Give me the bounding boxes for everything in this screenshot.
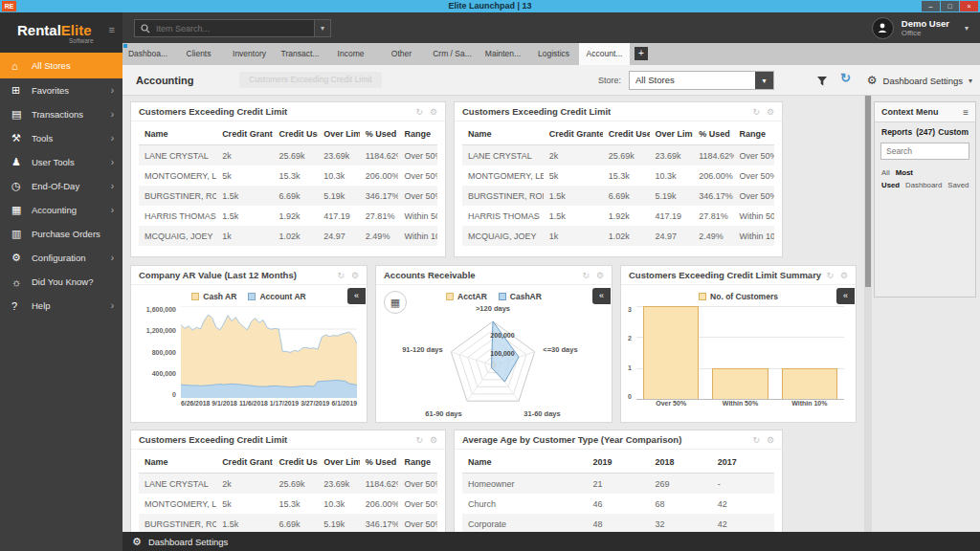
context-search-input[interactable] (880, 143, 969, 160)
hamburger-icon[interactable]: ≡ (109, 24, 115, 35)
refresh-icon[interactable]: ↻ (752, 435, 760, 445)
title-bar: RE Elite Launchpad | 13 – □ × (0, 0, 980, 12)
column-header[interactable]: Credit Granted (216, 123, 273, 145)
gear-icon[interactable]: ⚙ (840, 271, 848, 280)
table-cell: 346.17% (360, 514, 399, 534)
search-dropdown-button[interactable]: ▾ (314, 20, 330, 36)
tab-income[interactable]: Income (325, 43, 376, 65)
minimize-button[interactable]: – (922, 1, 940, 11)
gear-icon[interactable]: ⚙ (767, 107, 774, 117)
column-header[interactable]: 2019 (587, 452, 649, 474)
sidebar-item-accounting[interactable]: ▦Accounting› (0, 198, 122, 222)
filter-link-saved[interactable]: Saved (947, 181, 969, 189)
refresh-icon[interactable]: ↻ (415, 435, 423, 445)
gear-icon[interactable]: ⚙ (430, 435, 437, 445)
store-select[interactable]: All Stores ▾ (629, 71, 774, 90)
column-header[interactable]: % Used (360, 452, 399, 474)
gear-icon[interactable]: ⚙ (351, 271, 359, 280)
tab-reports[interactable]: Reports (881, 127, 912, 137)
column-header[interactable]: 2018 (650, 452, 712, 474)
tab-clients[interactable]: Clients (173, 43, 224, 65)
sidebar-item-tools[interactable]: ⚒Tools› (0, 126, 122, 150)
collapse-button[interactable]: « (836, 288, 855, 304)
table-cell: 417.19 (318, 206, 360, 226)
table-cell: MCQUAIG, JOEY (139, 226, 216, 246)
column-header[interactable]: % Used (693, 123, 733, 145)
legend-swatch (191, 293, 199, 300)
column-header[interactable]: Name (462, 123, 544, 145)
gear-icon[interactable]: ⚙ (430, 107, 437, 117)
gear-icon[interactable]: ⚙ (767, 435, 774, 445)
dashboard-settings-button[interactable]: ⚙ Dashboard Settings ▾ (867, 65, 972, 96)
sidebar-item-purchase-orders[interactable]: ▥Purchase Orders (0, 222, 122, 246)
tab-transact[interactable]: Transact... (275, 43, 325, 65)
sidebar-item-did-you-know[interactable]: ☼Did You Know? (0, 270, 122, 294)
sidebar-item-label: User Tools (32, 157, 75, 167)
tab-inventory[interactable]: Inventory (224, 43, 275, 65)
column-header[interactable]: Range (398, 123, 437, 145)
sidebar-item-help[interactable]: ?Help› (0, 294, 122, 318)
column-header[interactable]: Credit Used (273, 452, 318, 474)
vertical-scrollbar[interactable] (864, 96, 872, 532)
status-bar-label[interactable]: Dashboard Settings (148, 537, 228, 547)
column-header[interactable]: Credit Used (603, 123, 650, 145)
tab-dashboa[interactable]: Dashboa... (122, 43, 173, 65)
table-cell: HARRIS THOMAS (462, 206, 544, 226)
filter-link-all[interactable]: All (881, 168, 890, 177)
tab-logistics[interactable]: Logistics (528, 43, 579, 65)
refresh-icon[interactable]: ↻ (337, 271, 345, 280)
column-header[interactable]: % Used (360, 123, 399, 145)
filter-icon[interactable] (816, 74, 828, 91)
column-header[interactable]: Name (139, 123, 216, 145)
chevron-down-icon[interactable]: ▾ (755, 72, 773, 89)
column-header[interactable]: Range (734, 123, 774, 145)
column-header[interactable]: Name (462, 452, 587, 474)
column-header[interactable]: Credit Used (273, 123, 318, 145)
close-button[interactable]: × (960, 1, 978, 11)
add-tab-button[interactable]: + (635, 47, 648, 60)
chart-menu-button[interactable]: ▦ (384, 291, 407, 314)
tab-crm-sa[interactable]: Crm / Sa... (427, 43, 478, 65)
table-cell: 2.49% (360, 226, 399, 246)
gear-icon[interactable]: ⚙ (596, 271, 604, 280)
column-header[interactable]: Over Limit (650, 123, 694, 145)
user-menu[interactable]: Demo User Office ▾ (872, 15, 969, 40)
dashboard-settings-label: Dashboard Settings (883, 76, 963, 86)
sidebar-item-all-stores[interactable]: ⌂All Stores (0, 53, 122, 78)
collapse-button[interactable]: « (592, 288, 611, 304)
user-tools-icon: ♟ (11, 156, 32, 168)
refresh-icon[interactable]: ↻ (582, 271, 590, 280)
sidebar-item-configuration[interactable]: ⚙Configuration› (0, 246, 122, 270)
refresh-icon[interactable]: ↻ (415, 107, 423, 117)
tab-account[interactable]: Account... (579, 43, 630, 65)
item-search[interactable]: ▾ (134, 19, 331, 37)
refresh-icon[interactable]: ↻ (840, 71, 851, 85)
maximize-button[interactable]: □ (941, 1, 959, 11)
column-header[interactable]: Over Limit (318, 123, 360, 145)
sidebar-item-transactions[interactable]: ▤Transactions› (0, 102, 122, 126)
table-cell: 21 (587, 474, 649, 495)
refresh-icon[interactable]: ↻ (826, 271, 834, 280)
sidebar-item-end-of-day[interactable]: ◷End-Of-Day› (0, 174, 122, 198)
table-cell: 346.17% (360, 186, 399, 206)
column-header[interactable]: Credit Granted (216, 452, 273, 474)
refresh-icon[interactable]: ↻ (752, 107, 760, 117)
column-header[interactable]: Name (139, 452, 216, 474)
collapse-button[interactable]: « (347, 288, 366, 304)
sidebar-item-user-tools[interactable]: ♟User Tools› (0, 150, 122, 174)
scrollbar-thumb[interactable] (865, 96, 871, 287)
tab-mainten[interactable]: Mainten... (478, 43, 528, 65)
column-header[interactable]: Over Limit (318, 452, 360, 474)
tab-indicator-dot (123, 44, 127, 48)
tab-custom[interactable]: Custom (938, 127, 969, 137)
hamburger-icon[interactable]: ≡ (963, 107, 969, 118)
filter-link-dashboard[interactable]: Dashboard (905, 181, 942, 189)
column-header[interactable]: 2017 (712, 452, 774, 474)
sidebar-item-favorites[interactable]: ⊞Favorites› (0, 78, 122, 102)
table-cell: Over 50% (398, 186, 437, 206)
tab-other[interactable]: Other (376, 43, 427, 65)
legend-swatch (248, 293, 256, 300)
item-search-input[interactable] (154, 23, 314, 34)
column-header[interactable]: Credit Granted (544, 123, 603, 145)
column-header[interactable]: Range (398, 452, 437, 474)
